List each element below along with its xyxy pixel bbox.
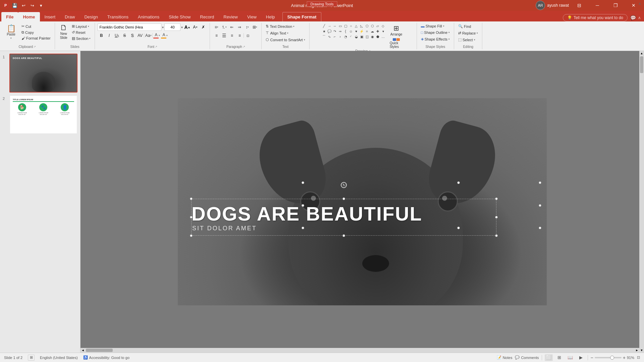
brace-shape[interactable]: { — [343, 29, 348, 34]
slide-thumb-2[interactable]: 2 TITLE LOREM IPSUM 🐕 LOREM IPSUM DOLOR … — [3, 95, 77, 134]
scroll-left-btn[interactable]: ◄ — [80, 348, 85, 353]
tab-insert[interactable]: Insert — [40, 12, 60, 21]
outer-handle-5[interactable] — [539, 204, 541, 207]
line-shape[interactable]: ╱ — [322, 23, 327, 28]
copy-button[interactable]: ⧉ Copy — [20, 29, 52, 35]
teardrop-shape[interactable]: ◉ — [370, 34, 375, 39]
vertical-scrollbar[interactable]: ▲ ▼ — [639, 51, 644, 353]
italic-button[interactable]: I — [105, 32, 113, 39]
ribbon-display-options[interactable]: ⊟ — [572, 0, 587, 11]
decagon-shape[interactable]: ⬟ — [375, 34, 380, 39]
replace-button[interactable]: ⇄ Replace ▾ — [457, 30, 479, 36]
right-triangle-shape[interactable]: ◺ — [359, 23, 364, 28]
tab-help[interactable]: Help — [261, 12, 280, 21]
callout-shape[interactable]: 💬 — [327, 29, 332, 34]
parallelogram-shape[interactable]: ▱ — [375, 23, 380, 28]
slideshow-button[interactable]: ▶ — [577, 354, 585, 361]
more-shapes[interactable]: ▾ — [381, 29, 386, 34]
tab-design[interactable]: Design — [79, 12, 102, 21]
paste-dropdown[interactable]: ▾ — [10, 37, 12, 40]
scroll-right-btn[interactable]: ► — [635, 348, 639, 353]
paste-button[interactable]: 📋 Paste ▾ — [3, 23, 19, 41]
slide-size-button[interactable]: ⊞ — [28, 355, 35, 361]
slide-title[interactable]: DOGS ARE BEAUTIFUL — [192, 202, 496, 225]
paragraph-expand[interactable]: ↗ — [243, 45, 245, 48]
tab-file[interactable]: File — [1, 12, 18, 21]
align-left-button[interactable]: ≡ — [213, 32, 220, 39]
save-button[interactable]: 💾 — [11, 2, 18, 9]
double-arrow-shape[interactable]: ↔ — [332, 23, 337, 28]
arrow-shape[interactable]: → — [327, 23, 332, 28]
customize-quick-access[interactable]: ▾ — [38, 2, 44, 9]
outer-handle-4[interactable] — [302, 204, 304, 207]
font-color-button[interactable]: A ▾ — [153, 32, 160, 39]
clipboard-expand[interactable]: ↗ — [34, 45, 36, 48]
hexagon-shape[interactable]: ⬡ — [370, 23, 375, 28]
line-spacing-button[interactable]: ↕▾ — [244, 23, 251, 31]
numbering-button[interactable]: ⒈▾ — [220, 23, 228, 31]
zoom-level[interactable]: 91% — [627, 356, 634, 360]
zoom-in-button[interactable]: + — [623, 355, 626, 360]
slide-sorter-button[interactable]: ⊞ — [555, 354, 564, 361]
reset-button[interactable]: ↺ Reset — [70, 29, 92, 35]
notes-button[interactable]: 📝 Notes — [497, 355, 513, 360]
fit-slide-button[interactable]: ⊡ — [637, 355, 640, 360]
restore-button[interactable]: ❐ — [608, 0, 623, 11]
arrange-button[interactable]: ⊞ Arrange — [388, 23, 405, 37]
section-button[interactable]: ▤ Section ▾ — [70, 36, 92, 41]
curve-shape[interactable]: ∿ — [327, 34, 332, 39]
new-slide-button[interactable]: 🗋 New Slide — [58, 23, 70, 41]
connector-shape[interactable]: ⌐ — [332, 34, 337, 39]
text-direction-button[interactable]: ⇅ Text Direction ▾ — [264, 23, 296, 29]
tab-review[interactable]: Review — [219, 12, 243, 21]
reading-view-button[interactable]: 📖 — [566, 354, 574, 361]
scroll-down-btn[interactable]: ▼ — [639, 348, 644, 353]
zoom-out-button[interactable]: − — [591, 355, 593, 360]
shape-fill-button[interactable]: ▬ Shape Fill ▾ — [420, 23, 446, 29]
font-name-dropdown[interactable]: ▾ — [162, 25, 164, 29]
pie-shape[interactable]: ◔ — [343, 34, 348, 39]
font-expand[interactable]: ↗ — [155, 45, 157, 48]
star-shape[interactable]: ★ — [322, 29, 327, 34]
diamond-shape[interactable]: ◇ — [381, 23, 386, 28]
scroll-thumb[interactable] — [640, 56, 643, 73]
decrease-indent-button[interactable]: ⇐ — [228, 23, 235, 31]
scroll-up-btn[interactable]: ▲ — [639, 51, 644, 56]
normal-view-button[interactable]: ⬜ — [545, 354, 553, 361]
char-spacing-button[interactable]: AV — [136, 32, 144, 39]
accessibility-status[interactable]: ♿ Accessibility: Good to go — [83, 355, 129, 360]
ellipse-shape[interactable]: ○ — [348, 23, 354, 28]
slide-preview-1[interactable]: DOGS ARE BEAUTIFUL — [9, 54, 77, 93]
cross-shape[interactable]: ✚ — [375, 29, 380, 34]
cut-button[interactable]: ✂ Cut — [20, 23, 52, 29]
tab-slide-show[interactable]: Slide Show — [164, 12, 195, 21]
handle-top-center[interactable] — [342, 197, 345, 200]
strikethrough-button[interactable]: S — [121, 32, 128, 39]
chat-icon[interactable]: 💬 — [630, 15, 636, 20]
handle-bottom-right[interactable] — [495, 234, 498, 237]
minimize-button[interactable]: ─ — [590, 0, 605, 11]
chord-shape[interactable]: ◒ — [354, 34, 359, 39]
tab-view[interactable]: View — [243, 12, 261, 21]
handle-top-left[interactable] — [190, 197, 193, 200]
increase-font-button[interactable]: A▲ — [183, 23, 191, 31]
clear-formatting-button[interactable]: ✗ — [200, 23, 207, 31]
highlight-button[interactable]: A ▾ — [161, 32, 168, 39]
h-scroll-thumb[interactable] — [86, 349, 113, 352]
smiley-shape[interactable]: ☺ — [348, 29, 354, 34]
block-arrow-shape[interactable]: ⇒ — [338, 29, 343, 34]
columns-button[interactable]: ⊞▾ — [251, 23, 259, 31]
font-name-input[interactable] — [98, 23, 161, 31]
decrease-font-button[interactable]: A▼ — [192, 23, 199, 31]
triangle-shape[interactable]: △ — [354, 23, 359, 28]
tab-home[interactable]: Home — [18, 12, 40, 21]
font-size-dropdown[interactable]: ▾ — [181, 25, 183, 29]
frame-shape[interactable]: ▣ — [359, 34, 364, 39]
align-right-button[interactable]: ≡ — [228, 32, 235, 39]
tab-animations[interactable]: Animations — [133, 12, 164, 21]
outer-handle-6[interactable] — [302, 227, 304, 229]
text-box-selection[interactable]: ↻ DOGS ARE BEAUTIFUL SIT DOLOR AMET — [191, 199, 496, 236]
justify-button[interactable]: ≡ — [236, 32, 243, 39]
increase-indent-button[interactable]: ⇒ — [236, 23, 243, 31]
shadow-button[interactable]: S — [128, 32, 136, 39]
